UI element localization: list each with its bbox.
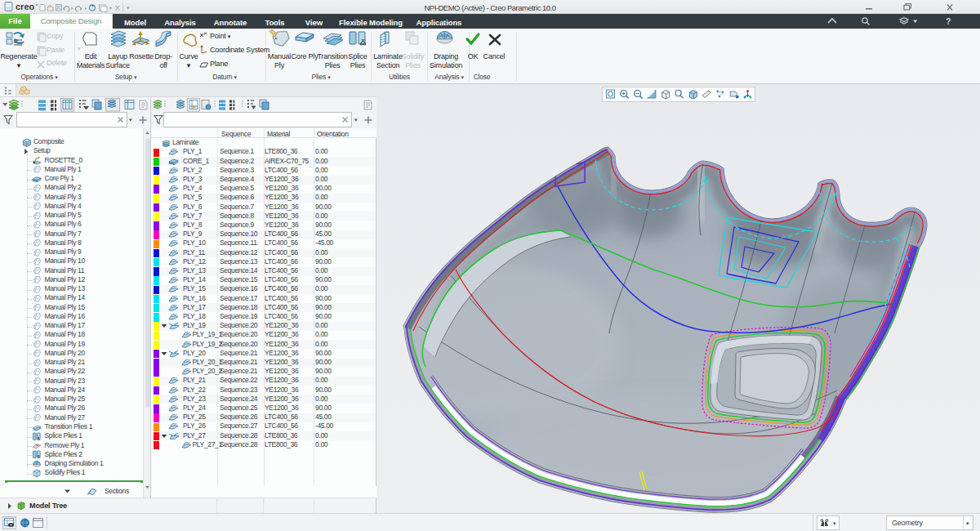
- svg-text:?: ?: [946, 16, 951, 26]
